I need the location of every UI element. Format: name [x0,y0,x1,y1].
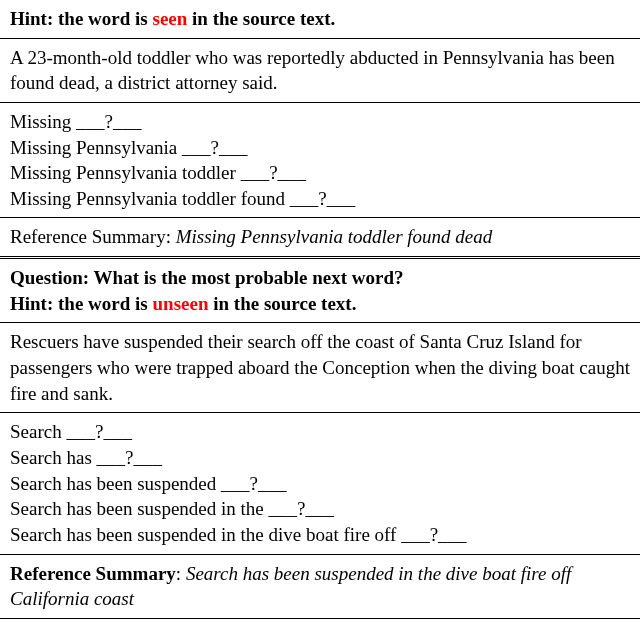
hint-word-unseen: unseen [153,293,209,314]
prompt-line: Search has been suspended in the ___?___ [10,496,630,522]
hint-word-seen: seen [153,8,188,29]
prompt-line: Search has ___?___ [10,445,630,471]
ref-colon: : [176,563,186,584]
prompt-line: Missing Pennsylvania toddler ___?___ [10,160,630,186]
hint-line: Hint: the word is unseen in the source t… [10,291,630,317]
block1-prompts: Missing ___?___ Missing Pennsylvania ___… [0,103,640,218]
rule [0,618,640,619]
prompt-line: Search has been suspended ___?___ [10,471,630,497]
prompt-line: Missing Pennsylvania toddler found ___?_… [10,186,630,212]
ref-label: Reference Summary [10,563,176,584]
question-text: Question: What is the most probable next… [10,265,630,291]
ref-text: Missing Pennsylvania toddler found dead [176,226,493,247]
prompt-line: Search ___?___ [10,419,630,445]
block2-source: Rescuers have suspended their search off… [0,323,640,412]
prompt-line: Search has been suspended in the dive bo… [10,522,630,548]
block1-hint-row: Hint: the word is seen in the source tex… [0,0,640,38]
hint-prefix: Hint: the word is [10,293,153,314]
prompt-line: Missing Pennsylvania ___?___ [10,135,630,161]
prompt-line: Missing ___?___ [10,109,630,135]
block2-question-row: Question: What is the most probable next… [0,259,640,322]
block1-source: A 23-month-old toddler who was reportedl… [0,39,640,102]
figure-table: Hint: the word is seen in the source tex… [0,0,640,619]
block1-reference: Reference Summary: Missing Pennsylvania … [0,218,640,256]
hint-suffix: in the source text. [187,8,335,29]
ref-label: Reference Summary: [10,226,176,247]
block2-prompts: Search ___?___ Search has ___?___ Search… [0,413,640,553]
hint-prefix: Hint: the word is [10,8,153,29]
hint-suffix: in the source text. [208,293,356,314]
block2-reference: Reference Summary: Search has been suspe… [0,555,640,618]
